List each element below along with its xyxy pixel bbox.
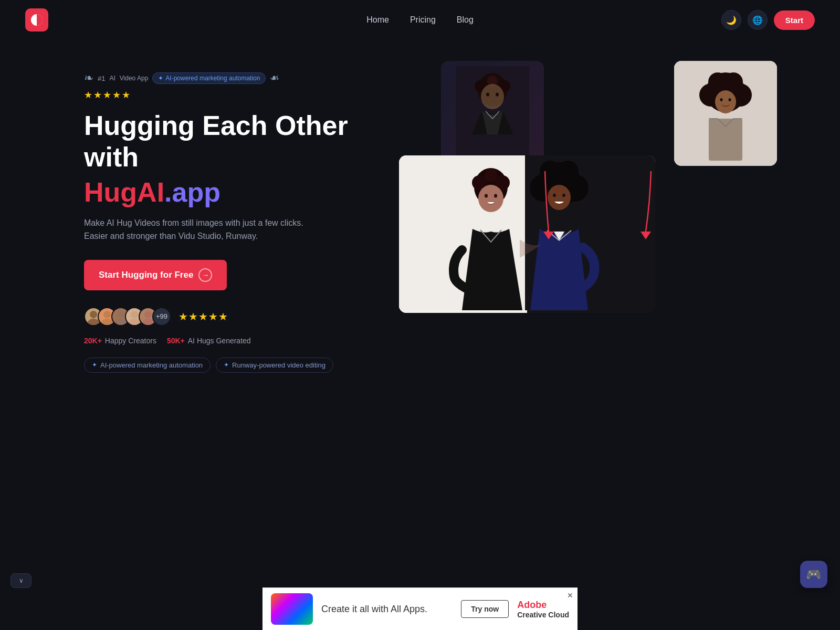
svg-point-16: [486, 93, 489, 97]
ad-brand-sub: Creative Cloud: [517, 611, 569, 619]
social-proof: +99 ★★★★★: [84, 307, 357, 326]
ad-brand: Adobe Creative Cloud: [517, 600, 569, 619]
svg-point-17: [496, 93, 499, 97]
proof-stars: ★★★★★: [178, 310, 228, 323]
hero-left: ❧ #1 AI Video App ✦ AI-powered marketing…: [84, 61, 357, 373]
gamepad-button[interactable]: 🎮: [800, 561, 827, 588]
svg-point-4: [117, 311, 124, 318]
chevron-down-icon: ∨: [19, 577, 24, 584]
svg-point-34: [478, 185, 503, 212]
hero-headline: Hugging Each Other with: [84, 110, 357, 173]
feature-badge-text: AI-powered marketing automation: [165, 75, 260, 82]
svg-point-3: [101, 319, 113, 325]
ad-try-button[interactable]: Try now: [461, 600, 509, 618]
video-app-label: Video App: [120, 75, 149, 82]
svg-point-43: [553, 194, 556, 197]
gamepad-icon: 🎮: [806, 567, 822, 582]
dark-mode-button[interactable]: 🌙: [721, 10, 741, 30]
logo[interactable]: [25, 8, 48, 32]
svg-point-42: [548, 185, 571, 210]
nav-links: Home Pricing Blog: [366, 15, 474, 25]
check-icon-1: ✦: [92, 361, 97, 369]
svg-point-44: [562, 194, 565, 197]
check-icon: ✦: [158, 75, 163, 82]
portrait-top-left: [441, 61, 544, 166]
arrow-right-icon: →: [198, 268, 212, 282]
svg-point-6: [131, 311, 138, 318]
moon-icon: 🌙: [726, 15, 737, 25]
svg-point-2: [103, 311, 111, 318]
brand-hug: HugAI: [84, 177, 164, 207]
svg-point-36: [494, 194, 497, 198]
feature-badge: ✦ AI-powered marketing automation: [152, 72, 266, 84]
hug-scene-inner: [399, 155, 655, 313]
ad-banner: Create it all with All Apps. Try now Ado…: [262, 587, 578, 630]
hero-right: [399, 61, 788, 313]
feature-badge-2-text: Runway-powered video editing: [232, 361, 326, 369]
svg-point-9: [142, 319, 154, 325]
ad-close-button[interactable]: ✕: [567, 591, 573, 600]
hero-section: ❧ #1 AI Video App ✦ AI-powered marketing…: [0, 40, 840, 404]
top-stars: ★★★★★: [84, 89, 357, 101]
stat2-num: 50K+: [167, 337, 185, 345]
svg-point-41: [558, 161, 579, 182]
nav-pricing[interactable]: Pricing: [410, 15, 436, 25]
svg-point-8: [144, 311, 152, 318]
avatar-group: +99: [84, 307, 171, 326]
brand-dotapp: .app: [164, 177, 220, 207]
svg-point-0: [90, 311, 97, 318]
cta-label: Start Hugging for Free: [99, 270, 193, 280]
ad-brand-name: Adobe: [517, 600, 547, 611]
svg-rect-27: [709, 119, 742, 161]
globe-icon: 🌐: [752, 15, 763, 25]
stat1-num: 20K+: [84, 337, 102, 345]
stat1-label: Happy Creators: [105, 337, 156, 345]
nav-right-actions: 🌙 🌐 Start: [721, 10, 815, 30]
laurel-right: ❧: [270, 71, 279, 85]
feature-badge-2: ✦ Runway-powered video editing: [216, 358, 333, 373]
portrait-dark-bg: [441, 61, 544, 166]
stat-happy-creators: 20K+ Happy Creators: [84, 337, 156, 345]
svg-point-35: [485, 194, 488, 198]
portrait-top-right: [674, 61, 777, 166]
svg-point-25: [720, 98, 723, 101]
ai-label: AI: [109, 75, 115, 82]
language-button[interactable]: 🌐: [748, 10, 768, 30]
stat-hugs-generated: 50K+ AI Hugs Generated: [167, 337, 251, 345]
start-button[interactable]: Start: [774, 10, 815, 30]
stat2-label: AI Hugs Generated: [188, 337, 251, 345]
portrait-light-bg: [674, 61, 777, 166]
nav-home[interactable]: Home: [366, 15, 389, 25]
laurel-left: ❧: [84, 71, 93, 85]
feature-badge-1: ✦ AI-powered marketing automation: [84, 358, 211, 373]
badge-row: ❧ #1 AI Video App ✦ AI-powered marketing…: [84, 71, 357, 85]
hero-subtitle: Make AI Hug Videos from still images wit…: [84, 216, 357, 243]
avatar-count: +99: [152, 307, 171, 326]
nav-blog[interactable]: Blog: [457, 15, 474, 25]
svg-point-33: [485, 169, 497, 182]
svg-point-24: [715, 90, 736, 113]
cta-button[interactable]: Start Hugging for Free →: [84, 260, 227, 290]
svg-point-26: [729, 98, 731, 101]
ad-tagline: Create it all with All Apps.: [321, 604, 453, 615]
feature-badge-1-text: AI-powered marketing automation: [100, 361, 203, 369]
stats-row: 20K+ Happy Creators 50K+ AI Hugs Generat…: [84, 337, 357, 345]
scroll-indicator[interactable]: ∨: [10, 573, 32, 588]
check-icon-2: ✦: [224, 361, 229, 369]
ad-logo: [271, 593, 313, 625]
navbar: Home Pricing Blog 🌙 🌐 Start: [0, 0, 840, 40]
logo-icon: [31, 14, 43, 26]
svg-point-15: [481, 84, 504, 109]
svg-point-23: [724, 72, 743, 91]
rank-text: #1: [98, 75, 105, 82]
svg-point-1: [88, 319, 99, 325]
hug-image: [399, 155, 655, 313]
svg-point-7: [129, 319, 140, 325]
feature-badges: ✦ AI-powered marketing automation ✦ Runw…: [84, 358, 357, 373]
hero-brand-line: HugAI.app: [84, 176, 357, 208]
svg-point-5: [115, 319, 127, 325]
